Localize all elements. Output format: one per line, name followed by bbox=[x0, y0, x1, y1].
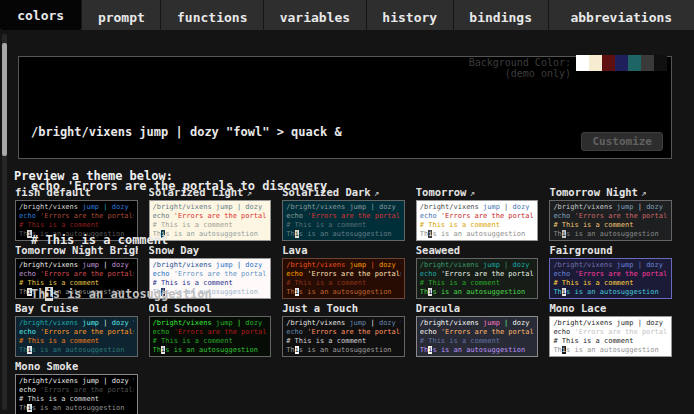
background-color-label: Background Color: (demo only) bbox=[469, 57, 571, 79]
theme-sample-line: This is an autosuggestion bbox=[553, 346, 668, 355]
theme-sample-line: This is an autosuggestion bbox=[19, 346, 134, 355]
bg-swatch-dark-gray[interactable] bbox=[641, 55, 654, 71]
terminal-text-segment: echo bbox=[19, 386, 40, 394]
customize-button[interactable]: Customize bbox=[581, 132, 663, 151]
bg-swatch-dark-red[interactable] bbox=[602, 55, 615, 71]
bg-swatch-white[interactable] bbox=[576, 55, 589, 71]
background-color-label-text: Background Color: bbox=[469, 57, 571, 68]
tab-bar: colorspromptfunctionsvariableshistorybin… bbox=[0, 0, 694, 30]
terminal-text-segment: Th bbox=[153, 346, 161, 354]
terminal-text-segment: s is an autosuggestion bbox=[165, 346, 258, 354]
terminal-text-segment: /bright/vixens bbox=[19, 377, 82, 385]
theme-sample-line: This is an autosuggestion bbox=[153, 346, 268, 355]
theme-sample-line: # This is a comment bbox=[19, 395, 134, 404]
terminal-cursor: i bbox=[45, 287, 52, 301]
terminal-text-segment: Th bbox=[553, 346, 561, 354]
terminal-preview: Background Color: (demo only) /bright/vi… bbox=[18, 56, 672, 159]
theme-sample-line: /bright/vixens jump | dozy "fowl" > quac… bbox=[19, 377, 134, 386]
theme-title-mono-smoke[interactable]: Mono Smoke bbox=[15, 360, 138, 372]
theme-sample-line: This is an autosuggestion bbox=[19, 404, 134, 413]
terminal-text-segment: s is an autosuggestion bbox=[432, 346, 525, 354]
terminal-text-segment: # This is a comment bbox=[19, 395, 99, 403]
terminal-text-segment: jump bbox=[82, 377, 99, 385]
terminal-text-segment: Th bbox=[31, 287, 45, 301]
tab-variables[interactable]: variables bbox=[263, 0, 366, 30]
terminal-text-segment: s is an autosuggestion bbox=[566, 346, 659, 354]
theme-sample-line: This is an autosuggestion bbox=[286, 346, 401, 355]
terminal-text-segment: s is an autosuggestion bbox=[299, 346, 392, 354]
background-swatches bbox=[576, 55, 667, 71]
theme-sample-line: This is an autosuggestion bbox=[420, 346, 535, 355]
tab-prompt[interactable]: prompt bbox=[81, 0, 160, 30]
bg-swatch-navy[interactable] bbox=[615, 55, 628, 71]
tab-bindings[interactable]: bindings bbox=[453, 0, 548, 30]
tab-abbreviations[interactable]: abbreviations bbox=[548, 0, 694, 30]
terminal-text-segment: dozy bbox=[112, 377, 133, 385]
tab-colors[interactable]: colors bbox=[0, 0, 81, 30]
terminal-text-segment: s is an autosuggestion bbox=[32, 404, 125, 412]
terminal-text-segment: Th bbox=[286, 346, 294, 354]
bg-swatch-black[interactable] bbox=[654, 55, 667, 71]
terminal-text-segment: s is an autosuggestion bbox=[32, 346, 125, 354]
theme-cell: Mono Smoke/bright/vixens jump | dozy "fo… bbox=[15, 360, 138, 414]
terminal-line-autosuggestion: This is an autosuggestion bbox=[31, 285, 671, 303]
terminal-line-command: /bright/vixens jump | dozy "fowl" > quac… bbox=[31, 123, 671, 141]
tab-history[interactable]: history bbox=[366, 0, 453, 30]
terminal-sample-text: /bright/vixens jump | dozy "fowl" > quac… bbox=[31, 87, 671, 339]
theme-sample-line: echo 'Errors are the portals to discover… bbox=[19, 386, 134, 395]
demo-only-label: (demo only) bbox=[469, 68, 571, 79]
terminal-line-comment: # This is a comment bbox=[31, 231, 671, 249]
terminal-line-error: echo 'Errors are the portals to discover… bbox=[31, 177, 671, 195]
terminal-text-segment: Th bbox=[420, 346, 428, 354]
left-scrollbar[interactable] bbox=[2, 34, 7, 410]
terminal-text-segment: | bbox=[99, 377, 112, 385]
terminal-text-segment: s is an autosuggestion bbox=[53, 287, 212, 301]
terminal-text-segment: "fowl" > quack & bbox=[133, 377, 134, 385]
bg-swatch-ivory[interactable] bbox=[589, 55, 602, 71]
background-color-picker: Background Color: (demo only) bbox=[469, 55, 667, 79]
terminal-text-segment: 'Errors are the portals to discovery bbox=[40, 386, 134, 394]
scrollbar-thumb[interactable] bbox=[2, 43, 7, 156]
theme-card-mono-smoke[interactable]: /bright/vixens jump | dozy "fowl" > quac… bbox=[15, 374, 138, 414]
tab-functions[interactable]: functions bbox=[160, 0, 263, 30]
bg-swatch-teal[interactable] bbox=[628, 55, 641, 71]
